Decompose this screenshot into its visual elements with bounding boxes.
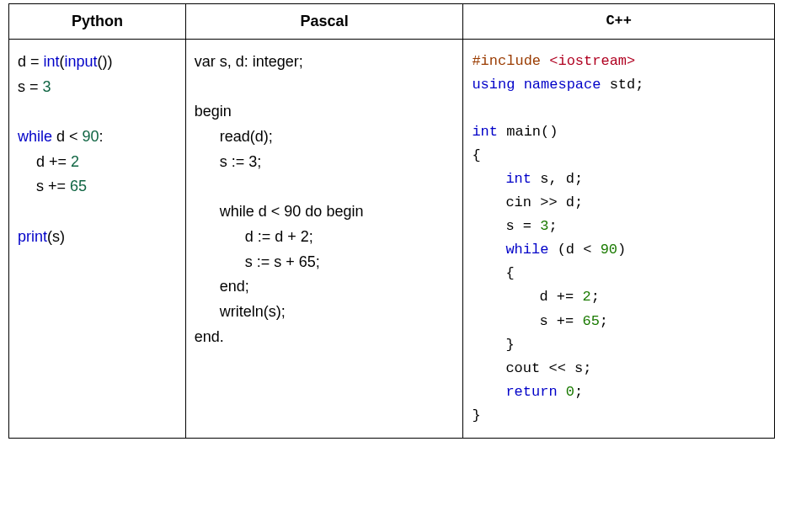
code-line: while d < 90 do begin (195, 200, 455, 225)
code-line: { (472, 144, 766, 168)
code-line: d += 2 (18, 150, 177, 175)
code-line (18, 200, 177, 225)
code-line: s = 3; (472, 215, 766, 238)
code-line: } (472, 404, 766, 428)
code-line: end. (195, 325, 455, 350)
code-line: var s, d: integer; (195, 50, 455, 75)
code-line (472, 97, 766, 120)
python-code-cell: d = int(input()) s = 3 while d < 90: d +… (9, 40, 186, 439)
code-comparison-table: Python Pascal C++ d = int(input()) s = 3… (8, 3, 775, 439)
code-line: writeln(s); (195, 300, 455, 325)
code-line: d = int(input()) (18, 50, 177, 75)
code-line: s := 3; (195, 150, 455, 175)
code-line: while d < 90: (18, 125, 177, 150)
code-line (195, 75, 455, 100)
code-line: #include <iostream> (472, 50, 766, 73)
code-line: read(d); (195, 125, 455, 150)
code-line: using namespace std; (472, 73, 766, 97)
code-line: while (d < 90) (472, 238, 766, 262)
code-line: cout << s; (472, 357, 766, 380)
code-line: cin >> d; (472, 191, 766, 215)
code-line: d += 2; (472, 285, 766, 309)
header-cpp: C++ (463, 4, 775, 40)
code-line: s += 65; (472, 310, 766, 333)
code-line: } (472, 333, 766, 357)
code-line: s := s + 65; (195, 250, 455, 275)
code-line (18, 99, 177, 125)
code-line: s += 65 (18, 174, 177, 200)
cpp-code-cell: #include <iostream> using namespace std;… (463, 40, 775, 439)
code-line: begin (195, 99, 455, 125)
header-pascal: Pascal (185, 4, 463, 40)
pascal-code-cell: var s, d: integer; begin read(d); s := 3… (185, 40, 463, 439)
code-line: print(s) (18, 225, 177, 250)
header-python: Python (9, 4, 186, 40)
code-line: end; (195, 274, 455, 300)
code-line: return 0; (472, 380, 766, 404)
code-line: int main() (472, 120, 766, 144)
code-line: s = 3 (18, 75, 177, 100)
code-line: { (472, 262, 766, 285)
code-line (195, 174, 455, 200)
code-line: d := d + 2; (195, 225, 455, 250)
code-line: int s, d; (472, 168, 766, 191)
